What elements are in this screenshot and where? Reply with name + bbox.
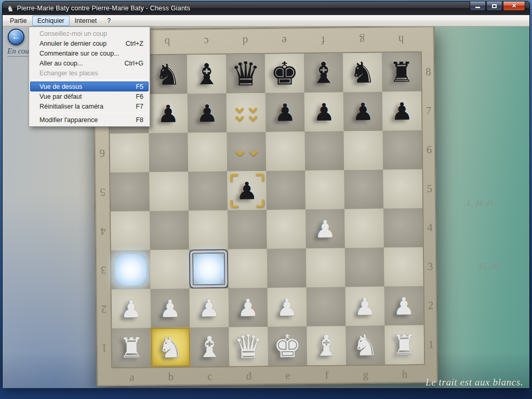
square-c5[interactable]: [188, 171, 228, 211]
square-d5[interactable]: ♟: [227, 171, 267, 210]
piece-black-pawn[interactable]: ♟: [313, 100, 335, 124]
square-b7[interactable]: ♟: [149, 94, 188, 134]
piece-black-knight[interactable]: ♞: [349, 58, 376, 87]
square-g8[interactable]: ♞: [343, 53, 382, 92]
minimize-button[interactable]: [470, 2, 486, 11]
piece-white-rook[interactable]: ♜: [119, 334, 144, 361]
piece-white-queen[interactable]: ♛: [233, 330, 263, 364]
square-e6[interactable]: [266, 131, 305, 171]
square-a2[interactable]: ♟: [112, 289, 151, 328]
square-h7[interactable]: ♟: [382, 91, 422, 131]
square-c4[interactable]: [189, 210, 228, 250]
square-f4[interactable]: ♟: [305, 209, 345, 248]
square-b2[interactable]: ♟: [151, 289, 190, 328]
menu-item-vue-par-defaut[interactable]: Vue par défautF6: [30, 91, 149, 101]
square-b8[interactable]: ♞: [148, 55, 188, 95]
square-h8[interactable]: ♜: [382, 52, 421, 92]
piece-black-pawn[interactable]: ♟: [236, 179, 258, 203]
piece-black-knight[interactable]: ♞: [154, 60, 181, 89]
square-c1[interactable]: ♝: [190, 327, 229, 367]
menu-internet[interactable]: Internet: [70, 16, 102, 26]
piece-black-pawn[interactable]: ♟: [274, 100, 296, 124]
square-e4[interactable]: [267, 209, 306, 249]
square-e2[interactable]: ♟: [268, 287, 307, 327]
menu-echiquier[interactable]: Echiquier: [32, 16, 70, 26]
maximize-button[interactable]: [486, 2, 502, 11]
square-h5[interactable]: [383, 169, 422, 209]
menu-item-modifier-l-apparence[interactable]: Modifier l'apparenceF8: [30, 115, 149, 125]
square-c2[interactable]: ♟: [190, 288, 229, 328]
square-g5[interactable]: [344, 170, 383, 209]
piece-black-queen[interactable]: ♛: [231, 57, 261, 91]
square-f1[interactable]: ♝: [307, 326, 346, 365]
square-h2[interactable]: ♟: [384, 286, 424, 326]
piece-black-pawn[interactable]: ♟: [157, 101, 179, 125]
square-a3[interactable]: [111, 250, 151, 289]
menu-partie[interactable]: Partie: [5, 16, 32, 26]
square-d7[interactable]: [227, 93, 266, 132]
menu-item-vue-de-dessus[interactable]: Vue de dessusF5: [30, 82, 149, 91]
piece-black-bishop[interactable]: ♝: [310, 58, 337, 88]
square-a4[interactable]: [111, 211, 150, 250]
piece-white-king[interactable]: ♚: [273, 330, 302, 362]
square-c8[interactable]: ♝: [187, 55, 227, 94]
menu-help[interactable]: ?: [102, 16, 116, 26]
piece-black-pawn[interactable]: ♟: [391, 99, 413, 123]
square-d8[interactable]: ♛: [226, 54, 265, 94]
square-c3[interactable]: [189, 249, 229, 289]
back-button[interactable]: ←: [8, 29, 24, 45]
square-c6[interactable]: [188, 132, 228, 172]
piece-black-bishop[interactable]: ♝: [193, 59, 220, 89]
square-b4[interactable]: [150, 211, 189, 250]
square-d6[interactable]: [227, 132, 267, 171]
piece-white-pawn[interactable]: ♟: [354, 294, 376, 318]
title-bar[interactable]: ♞ Pierre-Marie Baty contre Pierre-Marie …: [3, 2, 529, 15]
square-f8[interactable]: ♝: [304, 53, 343, 92]
square-f2[interactable]: [307, 287, 346, 326]
piece-white-pawn[interactable]: ♟: [237, 296, 259, 320]
square-g3[interactable]: [345, 248, 384, 287]
square-e1[interactable]: ♚: [268, 326, 307, 366]
square-b1[interactable]: ♞: [151, 328, 190, 367]
square-e7[interactable]: ♟: [265, 92, 305, 132]
piece-white-pawn[interactable]: ♟: [121, 297, 142, 321]
square-a1[interactable]: ♜: [112, 328, 151, 367]
square-a5[interactable]: [110, 172, 150, 211]
square-b6[interactable]: [149, 133, 189, 172]
square-b5[interactable]: [149, 172, 189, 211]
close-button[interactable]: ✕: [503, 2, 525, 11]
square-e5[interactable]: [266, 170, 305, 210]
square-g2[interactable]: ♟: [345, 287, 385, 326]
piece-white-bishop[interactable]: ♝: [313, 331, 340, 361]
piece-white-pawn[interactable]: ♟: [159, 296, 181, 320]
square-f3[interactable]: [306, 248, 345, 287]
piece-white-pawn[interactable]: ♟: [198, 296, 220, 320]
square-d2[interactable]: ♟: [229, 288, 268, 327]
square-a6[interactable]: [110, 133, 150, 172]
square-d4[interactable]: [228, 210, 267, 249]
square-f6[interactable]: [304, 131, 344, 170]
square-b3[interactable]: [150, 250, 190, 289]
piece-white-knight[interactable]: ♞: [352, 330, 379, 360]
square-f5[interactable]: [305, 170, 344, 209]
piece-black-pawn[interactable]: ♟: [196, 101, 218, 125]
square-g4[interactable]: [344, 209, 384, 248]
square-c7[interactable]: ♟: [188, 94, 227, 133]
piece-white-pawn[interactable]: ♟: [314, 217, 336, 241]
square-g1[interactable]: ♞: [345, 326, 385, 365]
square-d3[interactable]: [228, 249, 268, 288]
piece-white-pawn[interactable]: ♟: [276, 295, 298, 319]
menu-item-annuler-le-dernier-coup[interactable]: Annuler le dernier coupCtrl+Z: [30, 38, 149, 48]
square-f7[interactable]: ♟: [304, 92, 344, 131]
piece-black-king[interactable]: ♚: [270, 57, 299, 89]
square-g6[interactable]: [343, 131, 383, 170]
square-e3[interactable]: [267, 248, 307, 288]
piece-white-knight[interactable]: ♞: [157, 332, 184, 362]
piece-black-rook[interactable]: ♜: [389, 58, 414, 86]
piece-white-pawn[interactable]: ♟: [393, 294, 415, 318]
square-h1[interactable]: ♜: [384, 325, 424, 365]
piece-white-rook[interactable]: ♜: [392, 331, 417, 358]
menu-item-aller-au-coup[interactable]: Aller au coup...Ctrl+G: [30, 58, 149, 68]
square-d1[interactable]: ♛: [229, 327, 268, 366]
square-h4[interactable]: [383, 208, 423, 248]
